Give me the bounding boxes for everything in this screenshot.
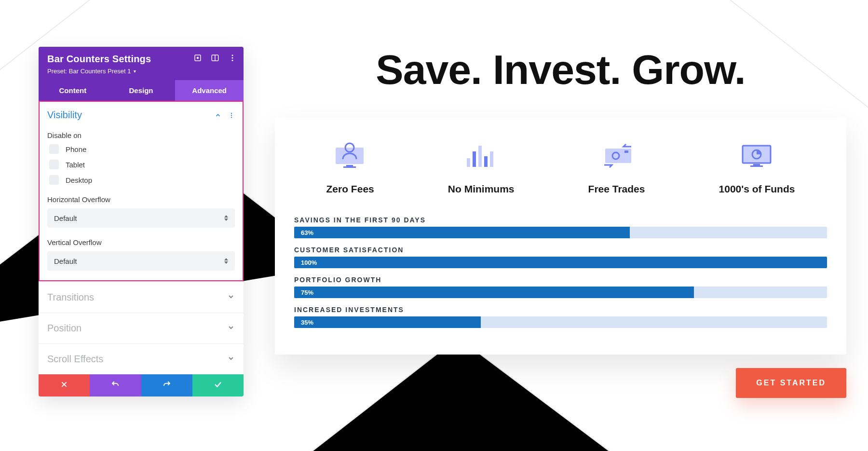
svg-rect-26 (753, 164, 760, 165)
undo-icon (111, 380, 120, 391)
svg-rect-18 (478, 146, 482, 167)
svg-rect-16 (467, 158, 470, 167)
disable-on-list: Phone Tablet Desktop (47, 144, 235, 185)
cta-label: GET STARTED (756, 379, 826, 387)
bar-portfolio-growth: PORTFOLIO GROWTH 75% (294, 276, 827, 298)
svg-point-4 (232, 55, 233, 56)
feature-thousands-funds-label: 1000's of Funds (719, 183, 795, 195)
select-caret-icon (224, 215, 228, 221)
disable-on-label: Disable on (47, 131, 235, 139)
chevron-up-icon[interactable] (215, 112, 221, 119)
more-vert-icon[interactable] (228, 54, 237, 62)
svg-rect-13 (346, 165, 353, 166)
transitions-label: Transitions (47, 292, 94, 303)
feature-card: Zero Fees No Minimums (275, 118, 846, 355)
section-visibility: Visibility Disable on Phone (39, 101, 244, 281)
svg-point-5 (232, 57, 233, 59)
bars-chart: SAVINGS IN THE FIRST 90 DAYS 63% CUSTOME… (294, 216, 827, 328)
bar-fill: 100% (294, 257, 827, 268)
bar-track: 75% (294, 287, 827, 298)
monitor-pie-icon (738, 141, 776, 170)
redo-icon (163, 380, 171, 391)
bar-fill: 63% (294, 227, 630, 238)
redo-button[interactable] (141, 374, 192, 396)
preview-area: Save. Invest. Grow. Zero Fees (275, 46, 846, 398)
chevron-down-icon (227, 324, 235, 333)
cancel-button[interactable] (39, 374, 90, 396)
disable-on-phone-label: Phone (66, 145, 86, 153)
tab-design[interactable]: Design (107, 80, 176, 101)
bar-chart-icon (462, 141, 501, 170)
svg-rect-19 (484, 156, 488, 167)
preset-label: Preset: Bar Counters Preset 1 (47, 68, 131, 75)
bar-track: 35% (294, 316, 827, 328)
svg-point-8 (231, 114, 232, 115)
hero-title: Save. Invest. Grow. (275, 46, 846, 94)
tab-content[interactable]: Content (39, 80, 107, 101)
feature-free-trades: Free Trades (588, 141, 645, 195)
bar-label: INCREASED INVESTMENTS (294, 306, 827, 314)
chevron-down-icon (227, 355, 235, 364)
close-icon (60, 381, 68, 390)
columns-icon[interactable] (211, 54, 219, 62)
scroll-effects-label: Scroll Effects (47, 354, 103, 365)
svg-point-6 (232, 60, 233, 61)
bar-track: 63% (294, 227, 827, 238)
vertical-overflow-select[interactable]: Default (47, 251, 235, 271)
svg-rect-14 (343, 166, 356, 168)
bar-counters-settings-panel: Bar Counters Settings Preset: Bar Counte… (39, 47, 244, 396)
section-transitions[interactable]: Transitions (39, 282, 244, 313)
section-title-visibility: Visibility (47, 109, 82, 121)
section-header-visibility[interactable]: Visibility (47, 109, 235, 121)
panel-tabs: Content Design Advanced (39, 80, 244, 101)
svg-rect-20 (490, 151, 493, 167)
disable-on-desktop-label: Desktop (66, 176, 92, 184)
preset-dropdown[interactable]: Preset: Bar Counters Preset 1 ▾ (47, 68, 136, 75)
bar-label: CUSTOMER SATISFACTION (294, 246, 827, 254)
bar-savings-first-90-days: SAVINGS IN THE FIRST 90 DAYS 63% (294, 216, 827, 238)
position-label: Position (47, 323, 81, 334)
checkbox-icon (49, 160, 59, 169)
horizontal-overflow-label: Horizontal Overflow (47, 195, 235, 204)
horizontal-overflow-select[interactable]: Default (47, 208, 235, 228)
panel-footer (39, 374, 244, 396)
checkbox-icon (49, 144, 59, 154)
feature-free-trades-label: Free Trades (588, 183, 645, 195)
section-scroll-effects[interactable]: Scroll Effects (39, 343, 244, 374)
expand-icon[interactable] (193, 54, 202, 62)
get-started-button[interactable]: GET STARTED (736, 368, 846, 398)
horizontal-overflow-value: Default (54, 214, 77, 222)
checkbox-icon (49, 175, 59, 185)
select-caret-icon (224, 258, 228, 264)
svg-rect-17 (473, 151, 476, 167)
bar-label: SAVINGS IN THE FIRST 90 DAYS (294, 216, 827, 224)
disable-on-tablet-checkbox[interactable]: Tablet (49, 160, 235, 169)
panel-body: Visibility Disable on Phone (39, 101, 244, 374)
svg-rect-23 (624, 150, 628, 153)
disable-on-tablet-label: Tablet (66, 161, 85, 169)
tab-advanced[interactable]: Advanced (175, 80, 244, 101)
save-button[interactable] (192, 374, 244, 396)
feature-no-minimums: No Minimums (448, 141, 515, 195)
disable-on-phone-checkbox[interactable]: Phone (49, 144, 235, 154)
svg-rect-12 (336, 148, 364, 164)
svg-point-9 (231, 116, 232, 117)
disable-on-desktop-checkbox[interactable]: Desktop (49, 175, 235, 185)
svg-rect-27 (750, 165, 763, 167)
monitor-user-icon (331, 141, 369, 170)
vertical-overflow-value: Default (54, 257, 77, 265)
vertical-overflow-label: Vertical Overflow (47, 238, 235, 246)
check-icon (214, 380, 222, 391)
feature-zero-fees: Zero Fees (326, 141, 374, 195)
feature-zero-fees-label: Zero Fees (326, 183, 374, 195)
svg-point-7 (231, 112, 232, 113)
more-vert-icon[interactable] (228, 112, 235, 119)
section-position[interactable]: Position (39, 313, 244, 343)
features-row: Zero Fees No Minimums (294, 141, 827, 195)
svg-point-1 (197, 57, 199, 59)
undo-button[interactable] (90, 374, 141, 396)
bar-customer-satisfaction: CUSTOMER SATISFACTION 100% (294, 246, 827, 268)
bar-track: 100% (294, 257, 827, 268)
panel-header: Bar Counters Settings Preset: Bar Counte… (39, 47, 244, 80)
money-exchange-icon (597, 141, 636, 170)
